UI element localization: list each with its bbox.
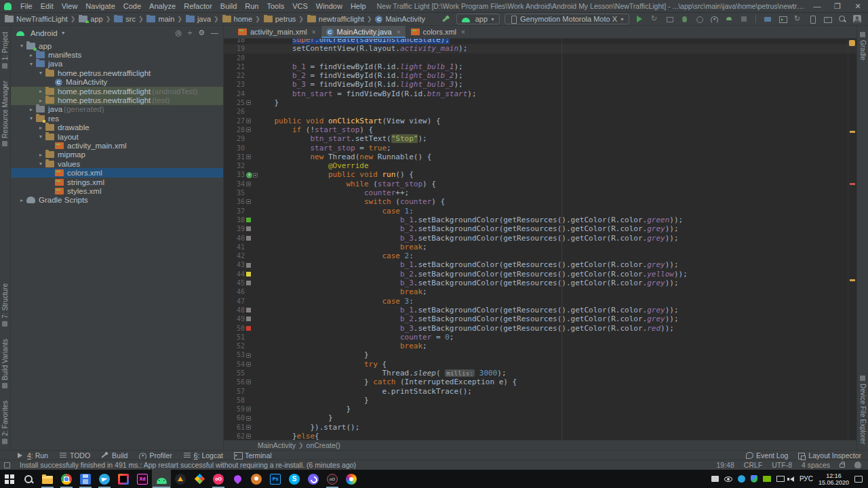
- breadcrumb-item-app[interactable]: app: [78, 15, 102, 23]
- window-minimize-button[interactable]: —: [807, 0, 827, 12]
- gutter-line-number[interactable]: 41: [224, 243, 245, 251]
- breadcrumb-item-newtrafficlight[interactable]: newtrafficlight: [307, 15, 364, 23]
- tree-expand-icon[interactable]: ▸: [27, 106, 35, 113]
- code-line[interactable]: 51 counter = 0;: [224, 333, 856, 342]
- gutter-line-number[interactable]: 54: [224, 360, 245, 369]
- color-swatch-icon[interactable]: [246, 263, 251, 268]
- make-project-button[interactable]: [441, 14, 452, 24]
- taskbar-map-pin-app[interactable]: [228, 470, 247, 488]
- gutter-line-number[interactable]: 28: [224, 125, 245, 134]
- code-line[interactable]: 33↑ public void run() {: [224, 170, 856, 179]
- toolbar-device-manager-button[interactable]: [807, 14, 818, 24]
- fold-icon[interactable]: [246, 425, 251, 430]
- window-maximize-button[interactable]: ❐: [827, 0, 848, 12]
- menu-window[interactable]: Window: [312, 2, 347, 10]
- toolbar-apply-changes-button[interactable]: [649, 14, 660, 24]
- editor-breadcrumb-item[interactable]: MainActivity: [258, 441, 296, 449]
- gutter-line-number[interactable]: 37: [224, 207, 245, 216]
- close-tab-icon[interactable]: ×: [312, 28, 316, 36]
- gutter-line-number[interactable]: 21: [224, 62, 245, 71]
- tree-item-java[interactable]: ▾java: [11, 60, 223, 68]
- project-view-select[interactable]: Android: [31, 29, 58, 37]
- menu-build[interactable]: Build: [216, 2, 241, 10]
- code-line[interactable]: 54 try {: [224, 360, 856, 369]
- gutter-line-number[interactable]: 24: [224, 89, 245, 98]
- line-separator[interactable]: CRLF: [744, 461, 762, 469]
- breadcrumb-item-main[interactable]: main: [146, 15, 174, 23]
- tray-eye-icon[interactable]: [724, 476, 732, 482]
- tab-colors-xml[interactable]: colors.xml×: [406, 26, 471, 38]
- gutter-line-number[interactable]: 43: [224, 260, 245, 269]
- gutter-line-number[interactable]: 45: [224, 279, 245, 287]
- menu-vcs[interactable]: VCS: [288, 2, 312, 10]
- toolbar-device-file-explorer-button[interactable]: [762, 14, 773, 24]
- code-line[interactable]: 62 }else{: [224, 432, 856, 440]
- close-tab-icon[interactable]: ×: [461, 28, 465, 36]
- tree-item-mainactivity[interactable]: CMainActivity: [11, 78, 223, 87]
- toolbar-stop-button[interactable]: [738, 14, 749, 24]
- code-line[interactable]: 40 b_3.setBackgroundColor(getResources()…: [224, 234, 856, 243]
- tool-window-tab-7-structure[interactable]: 7: Structure: [1, 283, 9, 327]
- tool-button-profiler[interactable]: Profiler: [138, 451, 172, 460]
- taskbar-floppy-app[interactable]: [76, 470, 95, 488]
- tree-expand-icon[interactable]: ▸: [37, 98, 45, 104]
- gutter-line-number[interactable]: 62: [224, 432, 245, 440]
- code-line[interactable]: 49 b_2.setBackgroundColor(getResources()…: [224, 314, 856, 323]
- language-indicator[interactable]: РУС: [800, 475, 813, 483]
- toolbar-debug-button[interactable]: [679, 14, 690, 24]
- menu-edit[interactable]: Edit: [37, 2, 58, 10]
- code-line[interactable]: 38 b_1.setBackgroundColor(getResources()…: [224, 216, 856, 224]
- code-line[interactable]: 24 btn_start = findViewById(R.id.btn_sta…: [224, 89, 856, 98]
- toolbar-profile-app-button[interactable]: [724, 14, 734, 24]
- gutter-line-number[interactable]: 52: [224, 342, 245, 350]
- gutter-line-number[interactable]: 42: [224, 251, 245, 260]
- tree-expand-icon[interactable]: ▸: [37, 125, 45, 131]
- gutter-line-number[interactable]: 47: [224, 297, 245, 306]
- tree-item-layout[interactable]: ▾layout: [11, 132, 223, 141]
- settings-button[interactable]: ⚙: [198, 29, 205, 37]
- gutter-line-number[interactable]: 38: [224, 216, 245, 224]
- code-line[interactable]: 53 }: [224, 350, 856, 359]
- breadcrumb-item-java[interactable]: java: [185, 15, 211, 23]
- tree-item-home-petrus-newtrafficlight[interactable]: ▸home.petrus.newtrafficlight(androidTest…: [11, 87, 223, 96]
- code-line[interactable]: 47 case 3:: [224, 297, 856, 306]
- color-swatch-icon[interactable]: [246, 218, 251, 222]
- tree-expand-icon[interactable]: ▸: [37, 152, 45, 158]
- breadcrumb-item-mainactivity[interactable]: CMainActivity: [374, 15, 425, 23]
- color-swatch-icon[interactable]: [246, 308, 251, 312]
- locate-file-button[interactable]: ◎: [175, 29, 182, 37]
- tree-collapse-icon[interactable]: ▾: [37, 161, 45, 167]
- gutter-line-number[interactable]: 58: [224, 396, 245, 405]
- tree-expand-icon[interactable]: ▸: [27, 52, 35, 58]
- code-line[interactable]: 27 public void onClickStart(View view) {: [224, 117, 856, 125]
- code-line[interactable]: 35 counter++;: [224, 188, 856, 197]
- gutter-line-number[interactable]: 35: [224, 188, 245, 197]
- code-line[interactable]: 59 }: [224, 405, 856, 413]
- taskbar-skype[interactable]: S: [285, 470, 304, 488]
- fold-icon[interactable]: [246, 119, 251, 123]
- code-line[interactable]: 37 case 1:: [224, 207, 856, 216]
- tree-collapse-icon[interactable]: ▾: [27, 115, 35, 121]
- code-line[interactable]: 48 b_1.setBackgroundColor(getResources()…: [224, 306, 856, 314]
- inspection-status-icon[interactable]: [849, 40, 855, 46]
- code-line[interactable]: 19 setContentView(R.layout.activity_main…: [224, 44, 856, 53]
- menu-help[interactable]: Help: [347, 2, 370, 10]
- taskbar-file-explorer[interactable]: [38, 470, 57, 488]
- gutter-line-number[interactable]: 31: [224, 152, 245, 161]
- breadcrumb-item-newtrafficlight[interactable]: NewTrafficLight: [4, 15, 68, 23]
- tool-button-todo[interactable]: TODO: [59, 451, 90, 460]
- code-line[interactable]: 18 super.onCreate(savedInstanceState);: [224, 39, 856, 44]
- code-line[interactable]: 42 case 2:: [224, 251, 856, 260]
- tree-item-res[interactable]: ▾res: [11, 114, 223, 123]
- menu-analyze[interactable]: Analyze: [145, 2, 180, 10]
- code-line[interactable]: 39 b_2.setBackgroundColor(getResources()…: [224, 224, 856, 233]
- code-line[interactable]: 52 break;: [224, 342, 856, 350]
- gutter-line-number[interactable]: 27: [224, 117, 245, 125]
- gutter-line-number[interactable]: 60: [224, 413, 245, 422]
- tool-button-event-log[interactable]: Event Log: [745, 451, 788, 460]
- fold-icon[interactable]: [246, 434, 251, 439]
- override-icon[interactable]: ↑: [246, 172, 252, 178]
- gutter-line-number[interactable]: 32: [224, 161, 245, 170]
- color-swatch-icon[interactable]: [246, 317, 251, 321]
- tool-window-tab-1-project[interactable]: 1: Project: [1, 32, 9, 68]
